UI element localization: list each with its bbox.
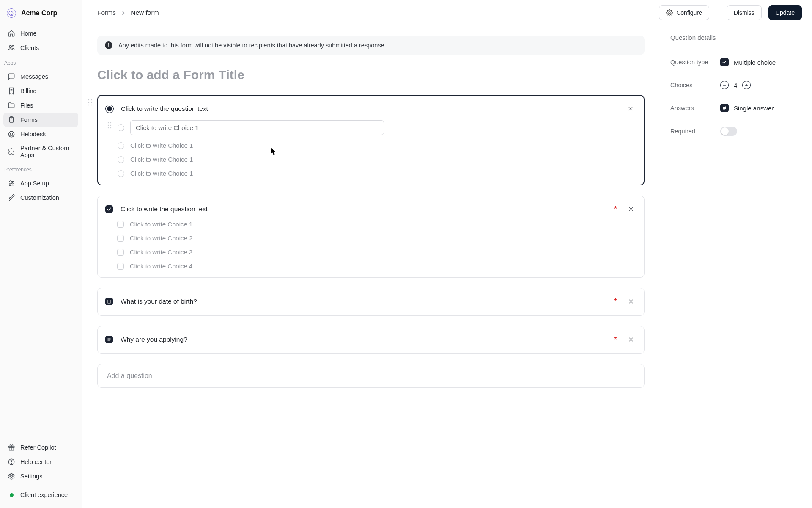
question-title-input[interactable]: Why are you applying? bbox=[121, 336, 606, 343]
choice-label[interactable]: Click to write Choice 4 bbox=[130, 262, 192, 270]
configure-button[interactable]: Configure bbox=[659, 5, 709, 20]
checkbox-chip-icon bbox=[720, 58, 729, 66]
date-chip-icon bbox=[105, 298, 113, 305]
sidebar-item-label: Clients bbox=[20, 44, 39, 51]
button-label: Update bbox=[776, 9, 795, 16]
main: Forms › New form Configure Dismiss Updat… bbox=[82, 0, 812, 508]
choice-label[interactable]: Click to write Choice 3 bbox=[130, 248, 192, 256]
sidebar-item-helpdesk[interactable]: Helpdesk bbox=[3, 127, 78, 141]
checkbox-icon[interactable] bbox=[117, 249, 124, 256]
sidebar-item-refer-copilot[interactable]: Refer Copilot bbox=[3, 440, 78, 455]
sidebar-item-help-center[interactable]: Help center bbox=[3, 455, 78, 469]
help-icon bbox=[8, 458, 15, 466]
choice-row[interactable]: Click to write Choice 1 bbox=[118, 170, 636, 177]
brand[interactable]: Acme Corp bbox=[0, 4, 82, 25]
choice-row[interactable] bbox=[118, 120, 636, 135]
panel-heading: Question details bbox=[670, 34, 802, 41]
question-title-input[interactable]: Click to write the question text bbox=[121, 105, 617, 113]
sidebar-item-messages[interactable]: Messages bbox=[3, 69, 78, 84]
sidebar-item-customization[interactable]: Customization bbox=[3, 190, 78, 205]
choice-row[interactable]: Click to write Choice 3 bbox=[117, 248, 636, 256]
svg-point-36 bbox=[110, 125, 111, 126]
remove-question-button[interactable] bbox=[625, 204, 636, 215]
sidebar-item-client-experience[interactable]: Client experience bbox=[3, 488, 78, 502]
info-icon: ! bbox=[105, 41, 112, 49]
sidebar-item-settings[interactable]: Settings bbox=[3, 469, 78, 483]
sidebar-item-label: Settings bbox=[20, 473, 42, 480]
question-card[interactable]: Why are you applying?* bbox=[97, 326, 645, 354]
sidebar-item-files[interactable]: Files bbox=[3, 98, 78, 113]
hash-chip-icon bbox=[720, 104, 729, 112]
dismiss-button[interactable]: Dismiss bbox=[727, 5, 762, 20]
sidebar-item-billing[interactable]: Billing bbox=[3, 84, 78, 98]
update-button[interactable]: Update bbox=[768, 5, 802, 20]
divider bbox=[718, 7, 718, 18]
drag-handle-icon[interactable] bbox=[88, 99, 92, 106]
sidebar-item-clients[interactable]: Clients bbox=[3, 41, 78, 55]
choice-row[interactable]: Click to write Choice 1 bbox=[118, 142, 636, 149]
choice-row[interactable]: Click to write Choice 4 bbox=[117, 262, 636, 270]
remove-question-button[interactable] bbox=[625, 296, 636, 307]
radio-icon[interactable] bbox=[118, 156, 124, 163]
svg-rect-95 bbox=[107, 300, 111, 304]
checkbox-icon[interactable] bbox=[117, 263, 124, 270]
radio-icon[interactable] bbox=[118, 142, 124, 149]
receipt-icon bbox=[8, 87, 15, 95]
detail-value-answers[interactable]: Single answer bbox=[720, 104, 774, 112]
question-card[interactable]: Click to write the question textClick to… bbox=[97, 95, 645, 185]
life-icon bbox=[8, 130, 15, 138]
choice-label[interactable]: Click to write Choice 1 bbox=[130, 142, 193, 149]
sidebar-item-app-setup[interactable]: App Setup bbox=[3, 176, 78, 190]
breadcrumb: Forms › New form bbox=[97, 8, 159, 17]
info-banner: ! Any edits made to this form will not b… bbox=[97, 36, 645, 55]
svg-point-29 bbox=[88, 105, 89, 105]
detail-value-type[interactable]: Multiple choice bbox=[720, 58, 776, 66]
sidebar-item-label: Billing bbox=[20, 88, 37, 94]
sidebar-item-forms[interactable]: Forms bbox=[3, 113, 78, 127]
choice-row[interactable]: Click to write Choice 2 bbox=[117, 235, 636, 242]
remove-question-button[interactable] bbox=[625, 103, 636, 114]
required-toggle[interactable] bbox=[720, 127, 737, 136]
remove-question-button[interactable] bbox=[625, 334, 636, 345]
question-title-input[interactable]: What is your date of birth? bbox=[121, 298, 606, 305]
svg-point-38 bbox=[110, 127, 111, 128]
checkbox-chip-icon bbox=[105, 205, 113, 213]
sidebar-item-label: Customization bbox=[20, 194, 59, 201]
home-icon bbox=[8, 30, 15, 37]
choice-label[interactable]: Click to write Choice 1 bbox=[130, 221, 192, 228]
message-icon bbox=[8, 73, 15, 80]
svg-point-25 bbox=[88, 99, 89, 100]
choice-row[interactable]: Click to write Choice 1 bbox=[117, 221, 636, 228]
detail-type-text: Multiple choice bbox=[734, 59, 776, 66]
form-title-input[interactable]: Click to add a Form Title bbox=[97, 68, 645, 82]
choices-increment-button[interactable] bbox=[742, 81, 751, 89]
button-label: Configure bbox=[676, 9, 702, 16]
choices-count: 4 bbox=[734, 82, 737, 89]
folder-icon bbox=[8, 102, 15, 109]
choice-label[interactable]: Click to write Choice 1 bbox=[130, 170, 193, 177]
svg-point-34 bbox=[110, 122, 111, 123]
svg-point-33 bbox=[108, 122, 109, 123]
radio-icon[interactable] bbox=[118, 124, 124, 131]
question-title-input[interactable]: Click to write the question text bbox=[121, 205, 606, 213]
gift-icon bbox=[8, 444, 15, 451]
detail-label-required: Required bbox=[670, 128, 720, 135]
question-card[interactable]: What is your date of birth?* bbox=[97, 288, 645, 316]
question-card[interactable]: Click to write the question text*Click t… bbox=[97, 196, 645, 278]
add-question-button[interactable]: Add a question bbox=[97, 364, 645, 388]
sidebar-item-partner-custom-apps[interactable]: Partner & Custom Apps bbox=[3, 141, 78, 162]
required-asterisk-icon: * bbox=[614, 297, 617, 306]
drag-handle-icon[interactable] bbox=[107, 122, 112, 129]
choice-row[interactable]: Click to write Choice 1 bbox=[118, 156, 636, 163]
sidebar-item-home[interactable]: Home bbox=[3, 26, 78, 41]
radio-icon[interactable] bbox=[118, 170, 124, 177]
sidebar-item-label: Partner & Custom Apps bbox=[20, 145, 74, 158]
detail-label-answers: Answers bbox=[670, 105, 720, 111]
choice-label[interactable]: Click to write Choice 2 bbox=[130, 235, 192, 242]
checkbox-icon[interactable] bbox=[117, 221, 124, 228]
choice-input[interactable] bbox=[130, 120, 384, 135]
choices-decrement-button[interactable] bbox=[720, 81, 729, 89]
breadcrumb-root[interactable]: Forms bbox=[97, 9, 116, 17]
checkbox-icon[interactable] bbox=[117, 235, 124, 242]
choice-label[interactable]: Click to write Choice 1 bbox=[130, 156, 193, 163]
